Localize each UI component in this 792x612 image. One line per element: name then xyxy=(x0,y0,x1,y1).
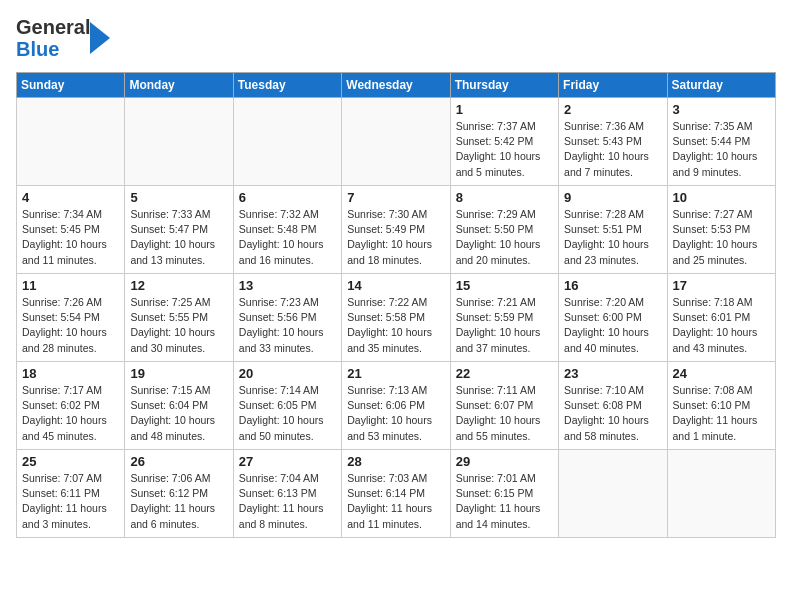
day-info: Sunrise: 7:21 AMSunset: 5:59 PMDaylight:… xyxy=(456,295,553,356)
day-number: 9 xyxy=(564,190,661,205)
day-info: Sunrise: 7:07 AMSunset: 6:11 PMDaylight:… xyxy=(22,471,119,532)
col-header-tuesday: Tuesday xyxy=(233,73,341,98)
day-number: 22 xyxy=(456,366,553,381)
calendar-cell: 17Sunrise: 7:18 AMSunset: 6:01 PMDayligh… xyxy=(667,274,775,362)
day-number: 13 xyxy=(239,278,336,293)
day-number: 1 xyxy=(456,102,553,117)
calendar-cell xyxy=(342,98,450,186)
calendar-cell: 24Sunrise: 7:08 AMSunset: 6:10 PMDayligh… xyxy=(667,362,775,450)
day-number: 16 xyxy=(564,278,661,293)
week-row-4: 18Sunrise: 7:17 AMSunset: 6:02 PMDayligh… xyxy=(17,362,776,450)
day-number: 23 xyxy=(564,366,661,381)
day-info: Sunrise: 7:08 AMSunset: 6:10 PMDaylight:… xyxy=(673,383,770,444)
day-number: 24 xyxy=(673,366,770,381)
day-info: Sunrise: 7:14 AMSunset: 6:05 PMDaylight:… xyxy=(239,383,336,444)
day-info: Sunrise: 7:13 AMSunset: 6:06 PMDaylight:… xyxy=(347,383,444,444)
day-info: Sunrise: 7:25 AMSunset: 5:55 PMDaylight:… xyxy=(130,295,227,356)
day-info: Sunrise: 7:10 AMSunset: 6:08 PMDaylight:… xyxy=(564,383,661,444)
day-number: 27 xyxy=(239,454,336,469)
calendar-cell: 23Sunrise: 7:10 AMSunset: 6:08 PMDayligh… xyxy=(559,362,667,450)
day-number: 3 xyxy=(673,102,770,117)
calendar-cell xyxy=(559,450,667,538)
day-number: 7 xyxy=(347,190,444,205)
day-info: Sunrise: 7:06 AMSunset: 6:12 PMDaylight:… xyxy=(130,471,227,532)
calendar-cell xyxy=(233,98,341,186)
calendar-cell: 1Sunrise: 7:37 AMSunset: 5:42 PMDaylight… xyxy=(450,98,558,186)
day-info: Sunrise: 7:04 AMSunset: 6:13 PMDaylight:… xyxy=(239,471,336,532)
day-number: 12 xyxy=(130,278,227,293)
week-row-2: 4Sunrise: 7:34 AMSunset: 5:45 PMDaylight… xyxy=(17,186,776,274)
calendar-cell: 16Sunrise: 7:20 AMSunset: 6:00 PMDayligh… xyxy=(559,274,667,362)
calendar-cell: 6Sunrise: 7:32 AMSunset: 5:48 PMDaylight… xyxy=(233,186,341,274)
day-number: 19 xyxy=(130,366,227,381)
week-row-1: 1Sunrise: 7:37 AMSunset: 5:42 PMDaylight… xyxy=(17,98,776,186)
col-header-thursday: Thursday xyxy=(450,73,558,98)
day-number: 29 xyxy=(456,454,553,469)
calendar-cell: 25Sunrise: 7:07 AMSunset: 6:11 PMDayligh… xyxy=(17,450,125,538)
day-number: 20 xyxy=(239,366,336,381)
day-info: Sunrise: 7:03 AMSunset: 6:14 PMDaylight:… xyxy=(347,471,444,532)
calendar-cell: 22Sunrise: 7:11 AMSunset: 6:07 PMDayligh… xyxy=(450,362,558,450)
col-header-monday: Monday xyxy=(125,73,233,98)
svg-marker-0 xyxy=(90,22,110,54)
day-info: Sunrise: 7:23 AMSunset: 5:56 PMDaylight:… xyxy=(239,295,336,356)
week-row-3: 11Sunrise: 7:26 AMSunset: 5:54 PMDayligh… xyxy=(17,274,776,362)
day-number: 17 xyxy=(673,278,770,293)
day-info: Sunrise: 7:28 AMSunset: 5:51 PMDaylight:… xyxy=(564,207,661,268)
day-info: Sunrise: 7:35 AMSunset: 5:44 PMDaylight:… xyxy=(673,119,770,180)
calendar-cell: 20Sunrise: 7:14 AMSunset: 6:05 PMDayligh… xyxy=(233,362,341,450)
calendar-cell: 29Sunrise: 7:01 AMSunset: 6:15 PMDayligh… xyxy=(450,450,558,538)
calendar-cell: 5Sunrise: 7:33 AMSunset: 5:47 PMDaylight… xyxy=(125,186,233,274)
day-info: Sunrise: 7:11 AMSunset: 6:07 PMDaylight:… xyxy=(456,383,553,444)
day-info: Sunrise: 7:20 AMSunset: 6:00 PMDaylight:… xyxy=(564,295,661,356)
col-header-sunday: Sunday xyxy=(17,73,125,98)
calendar-cell xyxy=(667,450,775,538)
day-info: Sunrise: 7:26 AMSunset: 5:54 PMDaylight:… xyxy=(22,295,119,356)
calendar-cell xyxy=(17,98,125,186)
calendar-cell: 28Sunrise: 7:03 AMSunset: 6:14 PMDayligh… xyxy=(342,450,450,538)
calendar-cell: 26Sunrise: 7:06 AMSunset: 6:12 PMDayligh… xyxy=(125,450,233,538)
day-number: 14 xyxy=(347,278,444,293)
day-number: 18 xyxy=(22,366,119,381)
day-info: Sunrise: 7:30 AMSunset: 5:49 PMDaylight:… xyxy=(347,207,444,268)
day-info: Sunrise: 7:17 AMSunset: 6:02 PMDaylight:… xyxy=(22,383,119,444)
day-number: 10 xyxy=(673,190,770,205)
day-number: 8 xyxy=(456,190,553,205)
calendar-cell: 11Sunrise: 7:26 AMSunset: 5:54 PMDayligh… xyxy=(17,274,125,362)
day-number: 15 xyxy=(456,278,553,293)
day-number: 21 xyxy=(347,366,444,381)
calendar-cell: 19Sunrise: 7:15 AMSunset: 6:04 PMDayligh… xyxy=(125,362,233,450)
calendar-cell: 7Sunrise: 7:30 AMSunset: 5:49 PMDaylight… xyxy=(342,186,450,274)
logo-chevron-icon xyxy=(90,18,118,58)
day-info: Sunrise: 7:37 AMSunset: 5:42 PMDaylight:… xyxy=(456,119,553,180)
day-info: Sunrise: 7:32 AMSunset: 5:48 PMDaylight:… xyxy=(239,207,336,268)
col-header-saturday: Saturday xyxy=(667,73,775,98)
calendar-cell: 3Sunrise: 7:35 AMSunset: 5:44 PMDaylight… xyxy=(667,98,775,186)
day-info: Sunrise: 7:33 AMSunset: 5:47 PMDaylight:… xyxy=(130,207,227,268)
calendar-cell: 21Sunrise: 7:13 AMSunset: 6:06 PMDayligh… xyxy=(342,362,450,450)
week-row-5: 25Sunrise: 7:07 AMSunset: 6:11 PMDayligh… xyxy=(17,450,776,538)
calendar-cell: 8Sunrise: 7:29 AMSunset: 5:50 PMDaylight… xyxy=(450,186,558,274)
col-header-wednesday: Wednesday xyxy=(342,73,450,98)
day-info: Sunrise: 7:36 AMSunset: 5:43 PMDaylight:… xyxy=(564,119,661,180)
calendar-cell: 15Sunrise: 7:21 AMSunset: 5:59 PMDayligh… xyxy=(450,274,558,362)
col-header-friday: Friday xyxy=(559,73,667,98)
calendar-cell xyxy=(125,98,233,186)
day-info: Sunrise: 7:34 AMSunset: 5:45 PMDaylight:… xyxy=(22,207,119,268)
calendar-cell: 4Sunrise: 7:34 AMSunset: 5:45 PMDaylight… xyxy=(17,186,125,274)
day-info: Sunrise: 7:29 AMSunset: 5:50 PMDaylight:… xyxy=(456,207,553,268)
page-header: General Blue xyxy=(16,16,776,60)
day-number: 2 xyxy=(564,102,661,117)
calendar-cell: 14Sunrise: 7:22 AMSunset: 5:58 PMDayligh… xyxy=(342,274,450,362)
day-number: 28 xyxy=(347,454,444,469)
calendar-header-row: SundayMondayTuesdayWednesdayThursdayFrid… xyxy=(17,73,776,98)
calendar-table: SundayMondayTuesdayWednesdayThursdayFrid… xyxy=(16,72,776,538)
day-number: 25 xyxy=(22,454,119,469)
day-info: Sunrise: 7:15 AMSunset: 6:04 PMDaylight:… xyxy=(130,383,227,444)
logo: General Blue xyxy=(16,16,118,60)
calendar-cell: 13Sunrise: 7:23 AMSunset: 5:56 PMDayligh… xyxy=(233,274,341,362)
day-number: 5 xyxy=(130,190,227,205)
calendar-cell: 9Sunrise: 7:28 AMSunset: 5:51 PMDaylight… xyxy=(559,186,667,274)
day-number: 4 xyxy=(22,190,119,205)
day-number: 6 xyxy=(239,190,336,205)
